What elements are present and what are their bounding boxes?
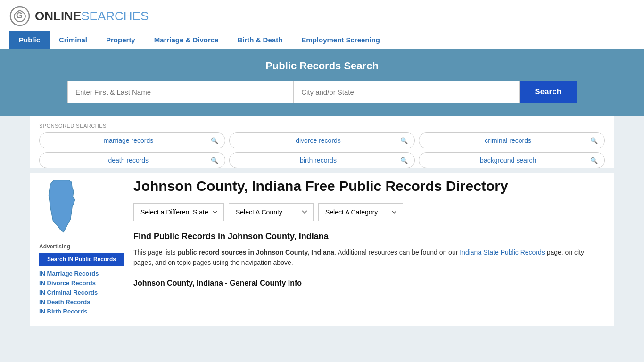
indiana-map-svg bbox=[39, 178, 86, 234]
logo-text: ONLINE SEARCHES bbox=[35, 9, 149, 24]
state-select[interactable]: Select a Different State bbox=[133, 203, 224, 221]
sponsored-marriage[interactable]: marriage records 🔍 bbox=[39, 132, 225, 148]
search-icon-6: 🔍 bbox=[590, 157, 598, 164]
sponsored-marriage-label: marriage records bbox=[46, 137, 211, 144]
sidebar-ad-button[interactable]: Search IN Public Records bbox=[39, 253, 124, 266]
nav-public[interactable]: Public bbox=[9, 31, 50, 49]
search-icon-3: 🔍 bbox=[590, 137, 598, 144]
search-icon-1: 🔍 bbox=[211, 137, 218, 144]
content-area: Advertising Search IN Public Records IN … bbox=[30, 173, 614, 326]
search-icon-2: 🔍 bbox=[400, 137, 408, 144]
sidebar-links: IN Marriage Records IN Divorce Records I… bbox=[39, 270, 124, 315]
name-input[interactable] bbox=[67, 81, 293, 103]
find-records-title: Find Public Records in Johnson County, I… bbox=[133, 231, 605, 241]
search-banner: Public Records Search Search bbox=[0, 49, 644, 116]
sponsored-death[interactable]: death records 🔍 bbox=[39, 152, 225, 168]
sponsored-divorce-label: divorce records bbox=[236, 137, 401, 144]
sponsored-birth-label: birth records bbox=[236, 156, 401, 164]
sponsored-criminal-label: criminal records bbox=[426, 137, 590, 144]
nav-marriage-divorce[interactable]: Marriage & Divorce bbox=[145, 31, 228, 49]
logo-area: G ONLINE SEARCHES bbox=[9, 6, 635, 26]
main-nav: Public Criminal Property Marriage & Divo… bbox=[9, 31, 635, 49]
logo-online: ONLINE bbox=[35, 9, 81, 24]
nav-employment[interactable]: Employment Screening bbox=[292, 31, 389, 49]
desc-bold: public record sources in Johnson County,… bbox=[177, 248, 334, 256]
sponsored-grid: marriage records 🔍 divorce records 🔍 cri… bbox=[39, 132, 605, 168]
sponsored-background[interactable]: background search 🔍 bbox=[419, 152, 605, 168]
logo-searches: SEARCHES bbox=[81, 9, 149, 24]
desc-part1: This page lists bbox=[133, 248, 177, 256]
sidebar-ad-label: Advertising bbox=[39, 243, 124, 250]
location-input[interactable] bbox=[293, 81, 520, 103]
sidebar-link-item: IN Birth Records bbox=[39, 307, 124, 315]
section-divider bbox=[133, 275, 605, 275]
sidebar-link-item: IN Marriage Records bbox=[39, 270, 124, 277]
page-title: Johnson County, Indiana Free Public Reco… bbox=[133, 178, 605, 195]
desc-link[interactable]: Indiana State Public Records bbox=[460, 248, 545, 256]
sponsored-label: SPONSORED SEARCHES bbox=[39, 123, 605, 129]
search-button[interactable]: Search bbox=[520, 81, 577, 103]
nav-property[interactable]: Property bbox=[97, 31, 145, 49]
search-banner-title: Public Records Search bbox=[9, 60, 635, 72]
search-form: Search bbox=[67, 81, 577, 103]
header: G ONLINE SEARCHES Public Criminal Proper… bbox=[0, 0, 644, 49]
sponsored-death-label: death records bbox=[46, 156, 211, 164]
category-select[interactable]: Select A Category bbox=[318, 203, 403, 221]
logo-icon: G bbox=[9, 6, 30, 26]
main-content: Johnson County, Indiana Free Public Reco… bbox=[133, 173, 605, 317]
sponsored-criminal[interactable]: criminal records 🔍 bbox=[419, 132, 605, 148]
sidebar-criminal-link[interactable]: IN Criminal Records bbox=[39, 289, 98, 296]
nav-birth-death[interactable]: Birth & Death bbox=[228, 31, 292, 49]
state-map bbox=[39, 178, 124, 236]
search-icon-4: 🔍 bbox=[211, 157, 218, 164]
sidebar-link-item: IN Divorce Records bbox=[39, 279, 124, 287]
sidebar-death-link[interactable]: IN Death Records bbox=[39, 298, 90, 305]
svg-text:G: G bbox=[16, 11, 23, 20]
sidebar-divorce-link[interactable]: IN Divorce Records bbox=[39, 280, 96, 287]
sponsored-birth[interactable]: birth records 🔍 bbox=[229, 152, 415, 168]
description-text: This page lists public record sources in… bbox=[133, 247, 605, 268]
sidebar-birth-link[interactable]: IN Birth Records bbox=[39, 308, 88, 315]
sidebar-marriage-link[interactable]: IN Marriage Records bbox=[39, 270, 99, 277]
sponsored-section: SPONSORED SEARCHES marriage records 🔍 di… bbox=[30, 116, 614, 168]
sidebar: Advertising Search IN Public Records IN … bbox=[39, 173, 133, 317]
sponsored-divorce[interactable]: divorce records 🔍 bbox=[229, 132, 415, 148]
desc-part2: . Additional resources can be found on o… bbox=[334, 248, 460, 256]
nav-criminal[interactable]: Criminal bbox=[50, 31, 97, 49]
search-icon-5: 🔍 bbox=[400, 157, 408, 164]
county-info-title: Johnson County, Indiana - General County… bbox=[133, 279, 605, 288]
county-select[interactable]: Select A County bbox=[229, 203, 314, 221]
dropdowns-row: Select a Different State Select A County… bbox=[133, 203, 605, 221]
sponsored-background-label: background search bbox=[426, 156, 590, 164]
sidebar-link-item: IN Criminal Records bbox=[39, 288, 124, 296]
sidebar-link-item: IN Death Records bbox=[39, 298, 124, 305]
